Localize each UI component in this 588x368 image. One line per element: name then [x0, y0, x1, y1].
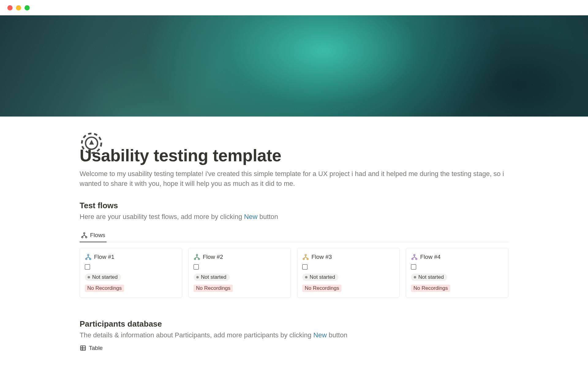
status-pill: Not started — [194, 274, 230, 281]
flows-cards-grid: Flow #1 Not started No Recordings Flow #… — [80, 248, 508, 298]
status-pill: Not started — [411, 274, 447, 281]
card-title: Flow #3 — [311, 254, 332, 260]
recording-pill: No Recordings — [194, 285, 233, 292]
status-dot — [305, 276, 307, 278]
card-title: Flow #4 — [420, 254, 441, 260]
section-subtitle-flows[interactable]: Here are your usability test flows, add … — [80, 213, 508, 221]
flowchart-icon — [85, 254, 92, 260]
svg-point-7 — [85, 258, 87, 260]
status-label: Not started — [92, 274, 118, 280]
subtitle-text-before: The details & information about Particip… — [80, 331, 313, 339]
status-dot — [88, 276, 90, 278]
cover-image[interactable] — [0, 15, 588, 117]
tab-table-label: Table — [89, 345, 103, 351]
status-dot — [414, 276, 416, 278]
tab-table[interactable]: Table — [80, 345, 508, 351]
section-heading-flows[interactable]: Test flows — [80, 201, 508, 210]
flowchart-icon — [81, 232, 88, 239]
svg-point-11 — [198, 258, 200, 260]
svg-point-17 — [416, 258, 417, 260]
new-link-participants[interactable]: New — [313, 331, 327, 339]
traffic-light-close[interactable] — [7, 5, 13, 10]
flow-card[interactable]: Flow #3 Not started No Recordings — [297, 248, 400, 298]
card-checkbox[interactable] — [302, 264, 307, 270]
card-checkbox[interactable] — [194, 264, 199, 270]
flowchart-icon — [302, 254, 309, 260]
svg-point-9 — [196, 254, 198, 256]
svg-point-14 — [307, 258, 308, 260]
status-label: Not started — [310, 274, 335, 280]
flows-tabs: Flows — [80, 229, 508, 242]
status-label: Not started — [201, 274, 226, 280]
page-description[interactable]: Welcome to my usability testing template… — [80, 169, 508, 189]
recording-pill: No Recordings — [302, 285, 341, 292]
svg-point-16 — [412, 258, 413, 260]
svg-point-8 — [89, 258, 91, 260]
section-heading-participants[interactable]: Participants database — [80, 319, 508, 329]
flow-card[interactable]: Flow #2 Not started No Recordings — [188, 248, 291, 298]
flowchart-icon — [194, 254, 200, 260]
section-subtitle-participants[interactable]: The details & information about Particip… — [80, 331, 508, 339]
svg-point-12 — [305, 254, 307, 256]
svg-point-13 — [303, 258, 304, 260]
poker-chip-icon — [81, 132, 102, 154]
traffic-light-minimize[interactable] — [16, 5, 21, 10]
card-title-row: Flow #4 — [411, 254, 503, 260]
card-title-row: Flow #1 — [85, 254, 177, 260]
card-checkbox[interactable] — [85, 264, 90, 270]
svg-point-5 — [85, 236, 87, 238]
flow-card[interactable]: Flow #4 Not started No Recordings — [406, 248, 508, 298]
svg-point-4 — [81, 236, 83, 238]
page-title[interactable]: Usability testing template — [80, 146, 508, 165]
tab-flows[interactable]: Flows — [80, 229, 107, 242]
card-title-row: Flow #3 — [302, 254, 394, 260]
svg-marker-2 — [89, 140, 94, 144]
recording-pill: No Recordings — [85, 285, 124, 292]
subtitle-text-after: button — [258, 213, 278, 220]
status-dot — [196, 276, 199, 278]
card-title: Flow #2 — [203, 254, 223, 260]
new-link-flows[interactable]: New — [244, 213, 258, 220]
svg-point-15 — [414, 254, 415, 256]
card-checkbox[interactable] — [411, 264, 416, 270]
tab-flows-label: Flows — [90, 232, 105, 239]
status-pill: Not started — [302, 274, 338, 281]
page-content: Usability testing template Welcome to my… — [40, 146, 548, 351]
svg-point-3 — [84, 232, 85, 234]
svg-rect-18 — [81, 346, 86, 350]
card-title-row: Flow #2 — [194, 254, 286, 260]
flowchart-icon — [411, 254, 418, 260]
window-chrome — [0, 0, 588, 15]
card-title: Flow #1 — [94, 254, 115, 260]
flow-card[interactable]: Flow #1 Not started No Recordings — [80, 248, 182, 298]
status-pill: Not started — [85, 274, 121, 281]
traffic-light-maximize[interactable] — [24, 5, 30, 10]
svg-point-10 — [194, 258, 196, 260]
subtitle-text-before: Here are your usability test flows, add … — [80, 213, 244, 220]
svg-point-6 — [88, 254, 89, 256]
page-icon[interactable] — [80, 131, 104, 155]
status-label: Not started — [418, 274, 444, 280]
subtitle-text-after: button — [327, 331, 347, 339]
recording-pill: No Recordings — [411, 285, 450, 292]
table-icon — [80, 345, 86, 351]
